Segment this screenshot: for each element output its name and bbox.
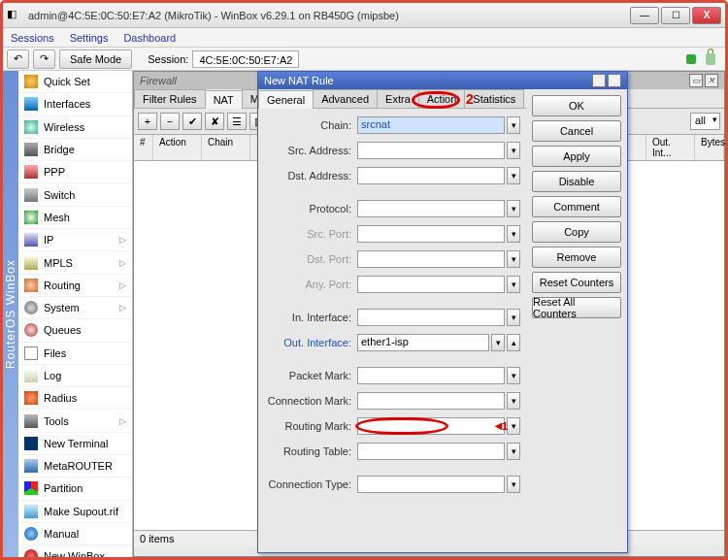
sidebar-item-mesh[interactable]: Mesh bbox=[18, 207, 132, 229]
nat-dropdown-chain[interactable]: ▾ bbox=[507, 116, 520, 134]
nat-dropdown-inif[interactable]: ▾ bbox=[507, 309, 520, 326]
nat-input-inif[interactable] bbox=[357, 309, 505, 326]
sidebar-item-new-terminal[interactable]: New Terminal bbox=[18, 433, 132, 455]
sidebar-item-ppp[interactable]: PPP bbox=[18, 161, 132, 183]
nat-input-protocol[interactable] bbox=[357, 200, 505, 217]
sidebar-item-queues[interactable]: Queues bbox=[18, 319, 132, 342]
nat-dropdown-cmark[interactable]: ▾ bbox=[507, 392, 520, 410]
nat-input-ctype[interactable] bbox=[357, 476, 505, 493]
nat-tab-general[interactable]: General bbox=[258, 90, 314, 109]
i-mpls-icon bbox=[24, 256, 38, 270]
sidebar-item-label: Interfaces bbox=[44, 98, 90, 110]
firewall-tool-4[interactable]: ☰ bbox=[227, 113, 247, 130]
nat-input-srcaddr[interactable] bbox=[357, 142, 505, 159]
sidebar-item-quick-set[interactable]: Quick Set bbox=[18, 71, 132, 93]
nat-tab-action[interactable]: Action bbox=[418, 89, 466, 108]
sidebar-item-system[interactable]: System▷ bbox=[18, 297, 132, 319]
menu-settings[interactable]: Settings bbox=[70, 32, 109, 44]
firewall-tool-1[interactable]: − bbox=[160, 113, 180, 130]
nat-label-inif: In. Interface: bbox=[264, 312, 357, 323]
firewall-tool-2[interactable]: ✔ bbox=[182, 113, 202, 130]
nat-comment-button[interactable]: Comment bbox=[532, 196, 621, 217]
undo-button[interactable]: ↶ bbox=[7, 49, 29, 69]
firewall-min-icon[interactable]: ▭ bbox=[689, 74, 703, 87]
nat-reset-all-counters-button[interactable]: Reset All Counters bbox=[532, 297, 621, 318]
sidebar-item-ip[interactable]: IP▷ bbox=[18, 229, 132, 251]
lock-icon bbox=[706, 53, 715, 65]
safemode-button[interactable]: Safe Mode bbox=[59, 49, 132, 69]
nat-dropdown-outif[interactable]: ▾ bbox=[491, 334, 505, 351]
nat-rule-window: New NAT Rule ▭ ✕ GeneralAdvancedExtraAct… bbox=[257, 71, 628, 553]
nat-dropdown-dstaddr[interactable]: ▾ bbox=[507, 167, 520, 184]
nat-apply-button[interactable]: Apply bbox=[532, 146, 621, 167]
i-term-icon bbox=[24, 437, 38, 450]
sidebar-item-interfaces[interactable]: Interfaces bbox=[18, 93, 132, 115]
nat-input-anyport[interactable] bbox=[357, 276, 505, 293]
sidebar-item-bridge[interactable]: Bridge bbox=[18, 139, 132, 161]
nat-reset-counters-button[interactable]: Reset Counters bbox=[532, 272, 621, 293]
sidebar-item-partition[interactable]: Partition bbox=[18, 478, 132, 500]
session-field[interactable]: 4C:5E:0C:50:E7:A2 bbox=[192, 50, 299, 68]
nat-input-dstaddr[interactable] bbox=[357, 167, 505, 184]
sidebar: Quick SetInterfacesWirelessBridgePPPSwit… bbox=[18, 71, 133, 557]
sidebar-item-new-winbox[interactable]: New WinBox bbox=[18, 545, 132, 557]
nat-min-icon[interactable]: ▭ bbox=[592, 74, 606, 87]
maximize-button[interactable]: ☐ bbox=[661, 7, 690, 24]
sidebar-item-radius[interactable]: Radius bbox=[18, 387, 132, 410]
sidebar-item-log[interactable]: Log bbox=[18, 365, 132, 387]
sidebar-item-manual[interactable]: Manual bbox=[18, 523, 132, 545]
nat-up-outif[interactable]: ▴ bbox=[507, 334, 520, 351]
sidebar-item-label: Switch bbox=[44, 189, 75, 201]
firewall-tool-3[interactable]: ✘ bbox=[205, 113, 224, 130]
firewall-tab-filter-rules[interactable]: Filter Rules bbox=[134, 89, 206, 108]
nat-input-pmark[interactable] bbox=[357, 367, 505, 384]
sidebar-item-switch[interactable]: Switch bbox=[18, 183, 132, 206]
nat-dropdown-rmark[interactable]: ▾ bbox=[507, 417, 520, 435]
nat-input-chain[interactable]: srcnat bbox=[357, 116, 505, 134]
menu-dashboard[interactable]: Dashboard bbox=[123, 32, 176, 44]
sidebar-item-routing[interactable]: Routing▷ bbox=[18, 275, 132, 297]
sidebar-item-metarouter[interactable]: MetaROUTER bbox=[18, 455, 132, 478]
firewall-tool-0[interactable]: + bbox=[138, 113, 157, 130]
nat-input-rmark[interactable] bbox=[357, 417, 505, 435]
nat-tab-advanced[interactable]: Advanced bbox=[313, 89, 378, 108]
sidebar-item-tools[interactable]: Tools▷ bbox=[18, 410, 132, 432]
nat-disable-button[interactable]: Disable bbox=[532, 171, 621, 192]
nat-input-rtable[interactable] bbox=[357, 443, 505, 460]
redo-button[interactable]: ↷ bbox=[33, 49, 55, 69]
firewall-filter-select[interactable]: all bbox=[690, 113, 720, 130]
nat-label-ctype: Connection Type: bbox=[264, 478, 357, 490]
firewall-col-outint[interactable]: Out. Int... bbox=[646, 135, 695, 160]
nat-input-srcport[interactable] bbox=[357, 225, 505, 243]
firewall-col-num[interactable]: # bbox=[134, 135, 153, 160]
nat-remove-button[interactable]: Remove bbox=[532, 247, 621, 268]
sidebar-item-wireless[interactable]: Wireless bbox=[18, 116, 132, 139]
firewall-col-chain[interactable]: Chain bbox=[202, 135, 250, 160]
menu-sessions[interactable]: Sessions bbox=[11, 32, 54, 44]
firewall-col-action[interactable]: Action bbox=[153, 135, 202, 160]
nat-dropdown-dstport[interactable]: ▾ bbox=[507, 250, 520, 268]
sidebar-item-mpls[interactable]: MPLS▷ bbox=[18, 251, 132, 274]
nat-dropdown-srcport[interactable]: ▾ bbox=[507, 225, 520, 243]
firewall-close-icon[interactable]: ✕ bbox=[705, 74, 718, 87]
close-button[interactable]: X bbox=[692, 7, 721, 24]
nat-dropdown-protocol[interactable]: ▾ bbox=[507, 200, 520, 217]
nat-ok-button[interactable]: OK bbox=[532, 95, 621, 116]
minimize-button[interactable]: — bbox=[630, 7, 659, 24]
nat-dropdown-srcaddr[interactable]: ▾ bbox=[507, 142, 520, 159]
firewall-col-bytes[interactable]: Bytes bbox=[695, 135, 724, 160]
nat-dropdown-anyport[interactable]: ▾ bbox=[507, 276, 520, 293]
nat-tab-extra[interactable]: Extra bbox=[377, 89, 419, 108]
nat-input-cmark[interactable] bbox=[357, 392, 505, 410]
nat-cancel-button[interactable]: Cancel bbox=[532, 120, 621, 142]
firewall-tab-nat[interactable]: NAT bbox=[205, 90, 243, 109]
sidebar-item-make-supout-rif[interactable]: Make Supout.rif bbox=[18, 501, 132, 523]
nat-dropdown-ctype[interactable]: ▾ bbox=[507, 476, 520, 493]
nat-dropdown-rtable[interactable]: ▾ bbox=[507, 443, 520, 460]
nat-input-outif[interactable]: ether1-isp bbox=[357, 334, 489, 351]
nat-close-icon[interactable]: ✕ bbox=[608, 74, 621, 87]
nat-copy-button[interactable]: Copy bbox=[532, 221, 621, 243]
nat-dropdown-pmark[interactable]: ▾ bbox=[507, 367, 520, 384]
sidebar-item-files[interactable]: Files bbox=[18, 343, 132, 365]
nat-input-dstport[interactable] bbox=[357, 250, 505, 268]
